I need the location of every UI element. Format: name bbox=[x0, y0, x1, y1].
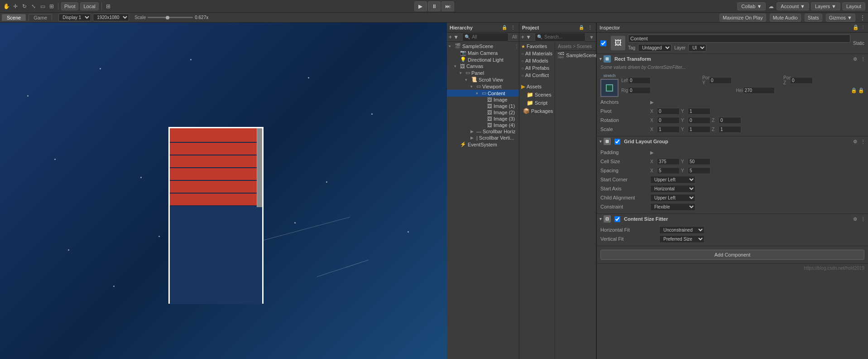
all-models-item[interactable]: ○ All Models bbox=[519, 57, 555, 64]
inspector-menu-icon[interactable]: ⋮ bbox=[861, 24, 865, 30]
layers-button[interactable]: Layers ▼ bbox=[811, 2, 840, 10]
csf-settings-icon[interactable]: ⚙ bbox=[853, 217, 857, 222]
left-input[interactable] bbox=[628, 77, 651, 84]
right-input[interactable] bbox=[628, 87, 651, 94]
tree-item-scrollbar-vert[interactable]: ▶ | Scrollbar Verti... bbox=[447, 135, 519, 141]
account-button[interactable]: Account ▼ bbox=[777, 2, 809, 10]
scale-y-input[interactable] bbox=[688, 126, 710, 133]
tree-item-image4[interactable]: 🖼 Image (4) bbox=[447, 122, 519, 128]
rect-transform-header[interactable]: ▾ ⊞ Rect Transform ⚙ ⋮ bbox=[597, 54, 868, 64]
layout-button[interactable]: Layout bbox=[842, 2, 865, 10]
step-button[interactable]: ⏭ bbox=[441, 1, 454, 11]
pivot-button[interactable]: Pivot bbox=[61, 2, 78, 10]
tag-dropdown[interactable]: Untagged bbox=[638, 44, 671, 52]
scale-tool-icon[interactable]: ⤡ bbox=[30, 3, 37, 10]
tree-item-image[interactable]: 🖼 Image bbox=[447, 97, 519, 103]
tree-item-canvas[interactable]: ▾ 🖼 Canvas bbox=[447, 63, 519, 69]
tree-item-image2[interactable]: 🖼 Image (2) bbox=[447, 109, 519, 116]
play-button[interactable]: ▶ bbox=[414, 1, 427, 11]
display-dropdown[interactable]: Display 1 bbox=[58, 14, 91, 21]
glg-enabled-checkbox[interactable] bbox=[614, 139, 620, 145]
resolution-dropdown[interactable]: 1920x1080 bbox=[93, 14, 129, 21]
hand-tool-icon[interactable]: ✋ bbox=[3, 3, 10, 10]
tree-item-directional-light[interactable]: 💡 Directional Light bbox=[447, 56, 519, 63]
tree-item-scrollbar-horiz[interactable]: ▶ — Scrollbar Horiz bbox=[447, 128, 519, 135]
constraint-dropdown[interactable]: Flexible bbox=[650, 203, 695, 211]
scene-tab[interactable]: Scene bbox=[2, 14, 26, 21]
inspector-lock-icon[interactable]: 🔒 bbox=[853, 24, 859, 30]
mute-audio-btn[interactable]: Mute Audio bbox=[770, 14, 801, 22]
csf-enabled-checkbox[interactable] bbox=[614, 216, 620, 222]
glg-more-icon[interactable]: ⋮ bbox=[861, 139, 865, 144]
rot-x-input[interactable] bbox=[657, 117, 680, 124]
rt-settings-icon[interactable]: ⚙ bbox=[853, 57, 857, 62]
project-lock-icon[interactable]: 🔒 bbox=[578, 24, 585, 30]
scale-slider[interactable] bbox=[148, 17, 193, 18]
csf-more-icon[interactable]: ⋮ bbox=[861, 217, 865, 222]
game-viewport[interactable] bbox=[0, 23, 447, 359]
project-add-btn[interactable]: + ▼ bbox=[521, 34, 531, 40]
cell-x-input[interactable] bbox=[657, 158, 680, 165]
transform-tool-icon[interactable]: ⊞ bbox=[48, 3, 55, 10]
favorites-header[interactable]: ★ Favorites bbox=[519, 43, 555, 50]
script-folder[interactable]: 📁 Script bbox=[519, 99, 555, 107]
game-tab[interactable]: Game bbox=[29, 14, 52, 21]
scene-menu-icon[interactable]: ⋮ bbox=[514, 44, 519, 49]
scale-x-input[interactable] bbox=[657, 126, 680, 133]
spacing-x-input[interactable] bbox=[657, 167, 680, 174]
height-input[interactable] bbox=[743, 87, 775, 94]
pause-button[interactable]: ⏸ bbox=[428, 1, 441, 11]
object-active-checkbox[interactable] bbox=[600, 40, 606, 46]
tree-item-content[interactable]: ▾ ▭ Content bbox=[447, 90, 519, 97]
layer-dropdown[interactable]: UI bbox=[688, 44, 706, 52]
cloud-icon[interactable]: ☁ bbox=[767, 3, 775, 10]
grid-icon[interactable]: ⊞ bbox=[105, 3, 112, 10]
hfit-dropdown[interactable]: Unconstrained bbox=[659, 226, 705, 234]
rot-z-input[interactable] bbox=[719, 117, 741, 124]
assets-header[interactable]: ▶ Assets bbox=[519, 82, 555, 91]
glg-settings-icon[interactable]: ⚙ bbox=[853, 139, 857, 144]
childalign-dropdown[interactable]: Upper Left bbox=[650, 194, 695, 202]
collab-button[interactable]: Collab ▼ bbox=[737, 2, 766, 10]
hierarchy-menu-icon[interactable]: ⋮ bbox=[510, 24, 516, 30]
scenes-folder[interactable]: 📁 Scenes bbox=[519, 91, 555, 99]
local-button[interactable]: Local bbox=[80, 2, 98, 10]
all-conflict-item[interactable]: ○ All Conflict bbox=[519, 72, 555, 79]
rect-tool-icon[interactable]: ▭ bbox=[39, 3, 46, 10]
sample-scene-item[interactable]: 🎬 SampleScene bbox=[555, 51, 599, 60]
startaxis-dropdown[interactable]: Horizontal bbox=[650, 185, 695, 193]
anchors-expand[interactable]: ▶ bbox=[650, 100, 654, 105]
project-search-input[interactable] bbox=[544, 34, 583, 39]
tree-item-image3[interactable]: 🖼 Image (3) bbox=[447, 116, 519, 122]
inspector-scroll[interactable]: 🖼 Tag Untagged Layer UI bbox=[597, 33, 868, 359]
pivot-y-input[interactable] bbox=[688, 108, 710, 115]
tree-item-panel[interactable]: ▾ ▭ Panel bbox=[447, 69, 519, 76]
cell-y-input[interactable] bbox=[688, 158, 710, 165]
vfit-dropdown[interactable]: Preferred Size bbox=[659, 235, 705, 243]
startcorner-dropdown[interactable]: Upper Left bbox=[650, 176, 695, 184]
tree-item-viewport[interactable]: ▾ ▭ Viewport bbox=[447, 83, 519, 90]
project-menu-icon[interactable]: ⋮ bbox=[587, 24, 593, 30]
scale-z-input[interactable] bbox=[719, 126, 741, 133]
tree-item-event-system[interactable]: ⚡ EventSystem bbox=[447, 141, 519, 148]
ui-scrollbar[interactable] bbox=[257, 128, 262, 207]
posz-input[interactable] bbox=[790, 77, 813, 84]
rt-more-icon[interactable]: ⋮ bbox=[861, 57, 865, 62]
add-component-button[interactable]: Add Component bbox=[600, 250, 864, 260]
tree-item-scroll-view[interactable]: ▾ 📜 Scroll View bbox=[447, 76, 519, 83]
hierarchy-add-btn[interactable]: + ▼ bbox=[449, 34, 459, 40]
tree-item-main-camera[interactable]: 📷 Main Camera bbox=[447, 49, 519, 56]
posy-input[interactable] bbox=[709, 77, 732, 84]
maximize-on-play-btn[interactable]: Maximize On Play bbox=[719, 14, 766, 22]
pivot-x-input[interactable] bbox=[657, 108, 680, 115]
spacing-y-input[interactable] bbox=[688, 167, 710, 174]
gizmos-btn[interactable]: Gizmos ▼ bbox=[826, 14, 855, 22]
rt-lock2[interactable]: 🔒 bbox=[858, 87, 864, 93]
csf-header[interactable]: ▾ ⊡ Content Size Fitter ⚙ ⋮ bbox=[597, 214, 868, 224]
hierarchy-search-input[interactable] bbox=[472, 34, 506, 39]
packages-folder[interactable]: 📦 Packages bbox=[519, 107, 555, 115]
rt-visual[interactable] bbox=[600, 79, 619, 97]
all-materials-item[interactable]: ○ All Materials bbox=[519, 50, 555, 57]
hierarchy-lock-icon[interactable]: 🔒 bbox=[501, 24, 508, 30]
all-prefabs-item[interactable]: ○ All Prefabs bbox=[519, 64, 555, 72]
